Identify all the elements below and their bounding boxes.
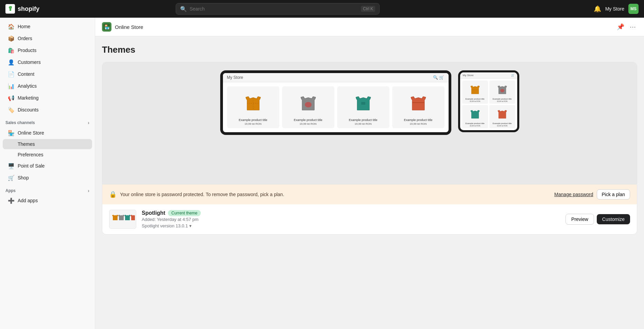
customize-button[interactable]: Customize [597, 214, 630, 224]
mobile-product-name-4: Example product title [491, 122, 514, 124]
apps-chevron-icon: › [88, 188, 89, 193]
logo[interactable]: shopify [5, 4, 67, 14]
sidebar-label-shop: Shop [18, 175, 29, 180]
pin-button[interactable]: 📌 [615, 22, 626, 32]
mobile-product-price-4: 19,99 lei RON [491, 125, 514, 127]
sidebar-item-customers[interactable]: 👤 Customers [3, 56, 92, 68]
point-of-sale-icon: 🖥️ [8, 163, 14, 169]
mobile-mockup: My Store 🛒 [458, 70, 519, 132]
product-price-2: 19,99 lei RON [285, 122, 332, 125]
notifications-button[interactable]: 🔔 [594, 5, 601, 13]
store-name-label: My Store [605, 6, 624, 12]
home-icon: 🏠 [8, 23, 14, 30]
sidebar-item-online-store[interactable]: 🏪 Online Store [3, 127, 92, 139]
sidebar-item-marketing[interactable]: 📢 Marketing [3, 92, 92, 104]
svg-text:🏪: 🏪 [104, 24, 110, 30]
sidebar-item-content[interactable]: 📄 Content [3, 68, 92, 80]
sidebar-item-home[interactable]: 🏠 Home [3, 21, 92, 32]
analytics-icon: 📊 [8, 83, 14, 89]
mobile-product-img-4 [491, 106, 514, 121]
mobile-product-img-1 [464, 82, 487, 97]
main-content: 🏪 Online Store 📌 ⋯ Themes [95, 18, 644, 329]
product-price-3: 19,99 lei RON [340, 122, 387, 125]
search-icon: 🔍 [180, 6, 187, 12]
mobile-screen: My Store 🛒 [460, 72, 517, 130]
mobile-product-img-3 [464, 106, 487, 121]
preview-section: My Store 🔍 🛒 [102, 62, 637, 185]
desktop-screen: My Store 🔍 🛒 [223, 73, 449, 132]
desktop-mockup: My Store 🔍 🛒 [220, 70, 451, 135]
theme-name: Spotlight [142, 210, 165, 216]
product-card-1: Example product title 19,99 lei RON [227, 86, 279, 128]
sidebar-item-products[interactable]: 🛍️ Products [3, 45, 92, 56]
sidebar: 🏠 Home 📦 Orders 🛍️ Products 👤 Customers … [0, 18, 95, 329]
online-store-icon: 🏪 [8, 130, 14, 136]
marketing-icon: 📢 [8, 95, 14, 101]
search-bar[interactable]: 🔍 Ctrl K [176, 3, 380, 15]
current-theme-badge: Current theme [168, 210, 201, 216]
lock-icon: 🔒 [109, 191, 117, 198]
content-area: Themes My Store 🔍 🛒 [95, 36, 644, 243]
product-price-1: 19,99 lei RON [230, 122, 277, 125]
sidebar-item-point-of-sale[interactable]: 🖥️ Point of Sale [3, 160, 92, 172]
sidebar-add-apps[interactable]: ➕ Add apps [3, 195, 92, 206]
store-svg-icon: 🏪 [103, 23, 110, 30]
sidebar-item-shop[interactable]: 🛒 Shop [3, 172, 92, 184]
apps-label: Apps [5, 188, 16, 193]
theme-preview-card: My Store 🔍 🛒 [102, 62, 637, 235]
sidebar-item-orders[interactable]: 📦 Orders [3, 33, 92, 44]
product-card-4: Example product title 19,99 lei RON [392, 86, 445, 128]
product-grid-desktop: Example product title 19,99 lei RON [223, 82, 449, 132]
search-input[interactable] [190, 6, 358, 12]
mobile-product-name-1: Example product title [464, 98, 487, 100]
product-card-3: Example product title 19,99 lei RON [337, 86, 389, 128]
theme-thumbnail-img [110, 211, 135, 228]
theme-added: Added: Yesterday at 4:57 pm [142, 217, 560, 222]
mobile-product-card-3: Example product title 19,99 lei RON [462, 105, 488, 128]
pick-plan-button[interactable]: Pick a plan [597, 189, 630, 200]
mobile-browser-bar: My Store 🛒 [460, 72, 517, 79]
sidebar-label-products: Products [18, 48, 36, 53]
avatar[interactable]: MS [628, 4, 639, 14]
page-title: Themes [102, 45, 637, 55]
more-actions-button[interactable]: ⋯ [628, 22, 637, 32]
online-store-header-icon: 🏪 [102, 22, 111, 32]
theme-version-text: Spotlight version 13.0.1 [142, 223, 188, 228]
sales-channels-section: Sales channels › [0, 116, 95, 127]
product-img-4 [395, 89, 442, 116]
sidebar-item-analytics[interactable]: 📊 Analytics [3, 80, 92, 92]
apps-section: Apps › [0, 184, 95, 195]
product-img-1 [230, 89, 277, 116]
sidebar-sub-item-preferences[interactable]: Preferences [3, 150, 92, 160]
browser-store-name: My Store [227, 75, 243, 80]
preview-button[interactable]: Preview [565, 214, 594, 225]
sidebar-item-discounts[interactable]: 🏷️ Discounts [3, 104, 92, 116]
sidebar-label-marketing: Marketing [18, 95, 38, 101]
shop-icon: 🛒 [8, 175, 14, 181]
mobile-store-name: My Store [463, 74, 474, 77]
product-name-4: Example product title [395, 118, 442, 122]
password-banner: 🔒 Your online store is password protecte… [102, 185, 637, 204]
theme-info-row: Spotlight Current theme Added: Yesterday… [102, 204, 637, 234]
discounts-icon: 🏷️ [8, 107, 14, 113]
product-img-3 [340, 89, 387, 116]
mobile-product-card-2: Example product title 19,99 lei RON [489, 81, 515, 104]
app-layout: 🏠 Home 📦 Orders 🛍️ Products 👤 Customers … [0, 18, 644, 329]
logo-text: shopify [18, 5, 39, 13]
sales-channels-label: Sales channels [5, 120, 35, 125]
orders-icon: 📦 [8, 35, 14, 41]
product-name-2: Example product title [285, 118, 332, 122]
sidebar-label-analytics: Analytics [18, 83, 37, 89]
mobile-product-price-3: 19,99 lei RON [464, 125, 487, 127]
sidebar-label-pos: Point of Sale [18, 163, 45, 169]
svg-point-5 [305, 102, 312, 107]
theme-thumbnail [109, 210, 136, 229]
sidebar-label-themes: Themes [18, 141, 35, 147]
manage-password-button[interactable]: Manage password [554, 192, 593, 197]
customers-icon: 👤 [8, 59, 14, 65]
version-chevron-icon: ▾ [189, 223, 192, 228]
sidebar-sub-item-themes[interactable]: Themes [3, 139, 92, 149]
chevron-icon: › [88, 120, 89, 125]
product-price-4: 19,99 lei RON [395, 122, 442, 125]
sidebar-add-apps-label: Add apps [18, 198, 38, 203]
